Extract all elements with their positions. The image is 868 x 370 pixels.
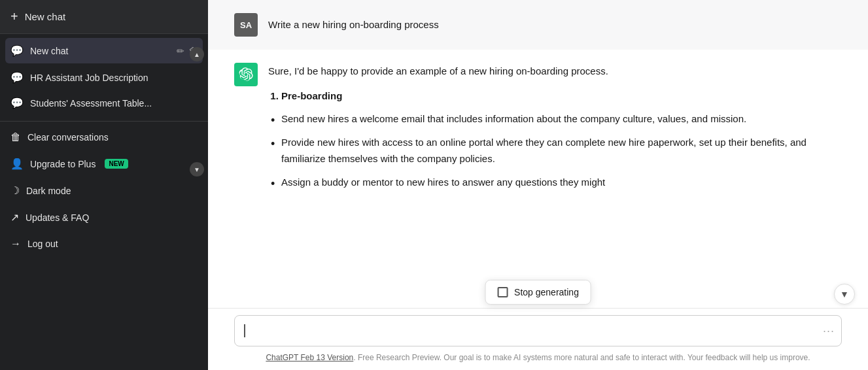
chat-list: 💬 New chat ✏ 🗑 💬 HR Assistant Job Descri… xyxy=(0,34,208,118)
chat-item-label: New chat xyxy=(30,46,170,56)
input-area: ··· xyxy=(208,308,868,346)
new-chat-top-label: New chat xyxy=(25,11,66,22)
logout-button[interactable]: → Log out xyxy=(0,231,208,257)
main-content: SA Write a new hiring on-boarding proces… xyxy=(208,0,868,370)
assistant-intro: Sure, I'd be happy to provide an example… xyxy=(268,63,842,80)
chat-messages: SA Write a new hiring on-boarding proces… xyxy=(208,0,868,308)
edit-icon[interactable]: ✏ xyxy=(177,46,184,56)
chat-icon-students: 💬 xyxy=(10,97,24,109)
text-cursor xyxy=(244,324,245,337)
scroll-down-icon: ▼ xyxy=(194,166,200,173)
scroll-up-icon: ▲ xyxy=(194,51,200,58)
moon-icon: ☽ xyxy=(10,184,20,197)
pre-boarding-heading: Pre-boarding xyxy=(281,88,842,105)
updates-faq-label: Updates & FAQ xyxy=(26,212,89,223)
stop-icon xyxy=(497,287,508,297)
logout-label: Log out xyxy=(27,239,58,249)
sidebar-item-new-chat[interactable]: 💬 New chat ✏ 🗑 xyxy=(5,38,203,63)
input-actions: ··· xyxy=(823,324,835,338)
chat-icon-hr: 💬 xyxy=(10,71,24,84)
chat-item-students-label: Students' Assessment Table... xyxy=(30,98,198,109)
dark-mode-label: Dark mode xyxy=(26,186,71,196)
clear-conversations-label: Clear conversations xyxy=(27,132,109,143)
sidebar: + New chat ▲ 💬 New chat ✏ 🗑 💬 HR Assista… xyxy=(0,0,208,370)
bullet-2: Provide new hires with access to an onli… xyxy=(271,134,842,167)
upgrade-to-plus-button[interactable]: 👤 Upgrade to Plus NEW xyxy=(0,150,208,177)
user-avatar: SA xyxy=(234,13,258,37)
sidebar-item-hr-assistant[interactable]: 💬 HR Assistant Job Description xyxy=(0,65,208,90)
new-badge: NEW xyxy=(105,159,128,169)
bullet-list: Send new hires a welcome email that incl… xyxy=(268,110,842,190)
footer-description: . Free Research Preview. Our goal is to … xyxy=(353,353,810,362)
scroll-to-bottom-button[interactable]: ▼ xyxy=(834,284,855,305)
stop-generating-popup[interactable]: Stop generating xyxy=(485,280,591,305)
scroll-down-button[interactable]: ▼ xyxy=(190,162,204,177)
scroll-up-button[interactable]: ▲ xyxy=(190,47,204,61)
chat-input-box[interactable]: ··· xyxy=(234,315,842,346)
numbered-list: Pre-boarding xyxy=(268,88,842,105)
dark-mode-button[interactable]: ☽ Dark mode xyxy=(0,177,208,204)
chat-icon: 💬 xyxy=(10,44,24,57)
assistant-message: Sure, I'd be happy to provide an example… xyxy=(208,50,868,210)
stop-generating-label: Stop generating xyxy=(514,287,579,297)
assistant-avatar xyxy=(234,63,258,86)
bullet-3: Assign a buddy or mentor to new hires to… xyxy=(271,174,842,191)
footer: ChatGPT Feb 13 Version. Free Research Pr… xyxy=(208,346,868,370)
logout-icon: → xyxy=(10,238,21,250)
openai-logo-icon xyxy=(239,67,253,82)
updates-faq-button[interactable]: ↗ Updates & FAQ xyxy=(0,204,208,231)
bullet-1: Send new hires a welcome email that incl… xyxy=(271,110,842,127)
external-link-icon: ↗ xyxy=(10,211,19,224)
assistant-content: Sure, I'd be happy to provide an example… xyxy=(268,63,842,197)
user-message: SA Write a new hiring on-boarding proces… xyxy=(208,0,868,50)
user-icon: 👤 xyxy=(10,158,24,170)
chatgpt-version-link[interactable]: ChatGPT Feb 13 Version xyxy=(266,353,353,362)
plus-icon: + xyxy=(10,9,18,24)
sidebar-item-students[interactable]: 💬 Students' Assessment Table... xyxy=(0,90,208,116)
sidebar-divider xyxy=(0,121,208,122)
upgrade-label: Upgrade to Plus xyxy=(30,159,95,169)
clear-conversations-button[interactable]: 🗑 Clear conversations xyxy=(0,124,208,150)
user-message-text: Write a new hiring on-boarding process xyxy=(268,13,439,33)
new-chat-top-button[interactable]: + New chat xyxy=(0,0,208,34)
chevron-down-icon: ▼ xyxy=(840,289,849,299)
more-options-icon[interactable]: ··· xyxy=(823,324,835,338)
chat-item-hr-label: HR Assistant Job Description xyxy=(30,73,198,83)
trash-icon: 🗑 xyxy=(10,131,21,143)
